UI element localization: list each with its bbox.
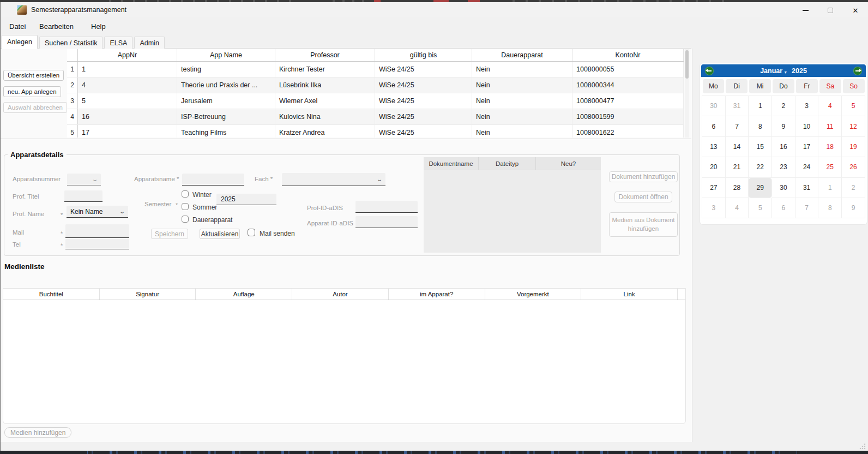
prof-titel-input[interactable] — [64, 190, 103, 202]
apparat-table-scrollbar-thumb[interactable] — [685, 50, 689, 79]
calendar-day[interactable]: 6 — [772, 198, 795, 218]
calendar-day[interactable]: 7 — [795, 198, 819, 218]
apparat-id-adis-input[interactable] — [355, 216, 418, 228]
cell[interactable]: 17 — [78, 125, 177, 138]
semester-year-input[interactable]: 2025 — [216, 194, 276, 205]
row-number[interactable]: 1 — [67, 62, 78, 77]
maximize-button[interactable] — [818, 3, 843, 18]
cell[interactable]: Kratzer Andrea — [275, 125, 375, 138]
column-header-kontonr[interactable]: KontoNr — [572, 49, 684, 61]
cell[interactable]: Theorie und Praxis der ... — [177, 77, 275, 93]
calendar-day[interactable]: 30 — [772, 178, 795, 198]
table-row[interactable]: 517Teaching FilmsKratzer AndreaWiSe 24/2… — [67, 125, 684, 138]
cell[interactable]: WiSe 24/25 — [375, 77, 472, 93]
calendar-day[interactable]: 23 — [772, 157, 795, 177]
calendar-day[interactable]: 2 — [842, 178, 865, 198]
calendar-prev-button[interactable] — [705, 67, 714, 75]
calendar-day[interactable]: 14 — [726, 137, 749, 157]
minimize-button[interactable] — [793, 3, 818, 18]
cell[interactable]: 5 — [78, 93, 177, 109]
cell[interactable]: Nein — [472, 109, 572, 124]
calendar-day[interactable]: 13 — [702, 137, 726, 157]
tab-elsa[interactable]: ELSA — [104, 37, 132, 49]
sidebar-button-übersicht-erstellen[interactable]: Übersicht erstellen — [3, 70, 64, 81]
column-header-appname[interactable]: App Name — [177, 49, 275, 61]
calendar-day[interactable]: 3 — [795, 96, 819, 116]
calendar-day[interactable]: 19 — [842, 137, 865, 157]
calendar-day[interactable]: 15 — [749, 137, 772, 157]
cell[interactable]: Lüsebrink Ilka — [275, 77, 375, 93]
calendar-day[interactable]: 1 — [818, 178, 842, 198]
fach-combobox[interactable]: ⌄ — [282, 173, 385, 186]
prof-name-combobox[interactable]: Kein Name⌄ — [67, 206, 128, 218]
mail-input[interactable] — [65, 224, 129, 238]
cell[interactable]: 1 — [78, 62, 177, 77]
calendar-day[interactable]: 18 — [818, 137, 842, 157]
calendar-next-button[interactable] — [853, 67, 862, 75]
cell[interactable]: testing — [177, 62, 275, 77]
apparatsname-input[interactable] — [182, 174, 244, 186]
calendar-day[interactable]: 8 — [818, 198, 842, 218]
sidebar-button-neu--app-anlegen[interactable]: neu. App anlegen — [3, 86, 61, 97]
cell[interactable]: 1008000055 — [572, 62, 684, 77]
calendar-day[interactable]: 27 — [702, 178, 726, 198]
calendar-day[interactable]: 25 — [818, 157, 842, 177]
dauerapparat-radio[interactable] — [182, 216, 189, 223]
calendar-day[interactable]: 5 — [749, 198, 772, 218]
cell[interactable]: Nein — [472, 93, 572, 109]
cell[interactable]: 16 — [78, 109, 177, 124]
winter-radio[interactable] — [182, 190, 189, 198]
calendar-day[interactable]: 6 — [702, 116, 726, 136]
cell[interactable]: Wiemer Axel — [275, 93, 375, 109]
table-row[interactable]: 11testingKirchner TesterWiSe 24/25Nein10… — [67, 62, 684, 77]
cell[interactable]: Kulovics Nina — [275, 109, 375, 124]
sommer-radio[interactable] — [182, 203, 189, 210]
calendar-day[interactable]: 9 — [842, 198, 865, 218]
calendar-day[interactable]: 8 — [749, 116, 772, 136]
calendar-day[interactable]: 2 — [772, 96, 795, 116]
resize-grip[interactable] — [859, 443, 866, 450]
calendar-day-selected[interactable]: 29 — [749, 178, 772, 198]
tab-anlegen[interactable]: Anlegen — [2, 35, 38, 49]
column-header-appnr[interactable]: AppNr — [78, 49, 177, 61]
calendar-day[interactable]: 9 — [772, 116, 795, 136]
row-number[interactable]: 4 — [67, 109, 78, 124]
cell[interactable]: Nein — [472, 77, 572, 93]
calendar-day[interactable]: 31 — [726, 96, 749, 116]
calendar-day[interactable]: 11 — [818, 116, 842, 136]
calendar-day[interactable]: 1 — [749, 96, 772, 116]
cell[interactable]: WiSe 24/25 — [375, 93, 472, 109]
menu-help[interactable]: Help — [91, 22, 106, 31]
cell[interactable]: Kirchner Tester — [275, 62, 375, 77]
cell[interactable]: 1008000344 — [572, 77, 684, 93]
column-header-professor[interactable]: Professor — [275, 49, 375, 61]
calendar-day[interactable]: 4 — [726, 198, 749, 218]
table-row[interactable]: 24Theorie und Praxis der ...Lüsebrink Il… — [67, 77, 684, 93]
calendar-day[interactable]: 20 — [702, 157, 726, 177]
cell[interactable]: Nein — [472, 62, 572, 77]
calendar-title[interactable]: Januar▼2025 — [760, 67, 807, 75]
close-button[interactable]: ✕ — [843, 3, 868, 18]
calendar-day[interactable]: 3 — [702, 198, 726, 218]
calendar-day[interactable]: 4 — [818, 96, 842, 116]
aktualisieren-button[interactable]: Aktualisieren — [200, 229, 240, 239]
row-number[interactable]: 3 — [67, 93, 78, 109]
column-header-gltigbis[interactable]: gültig bis — [375, 49, 472, 61]
cell[interactable]: 1008001622 — [572, 125, 684, 138]
tab-suchen---statistik[interactable]: Suchen / Statistik — [39, 37, 103, 49]
calendar-day[interactable]: 17 — [795, 137, 819, 157]
cell[interactable]: WiSe 24/25 — [375, 62, 472, 77]
cell[interactable]: 4 — [78, 77, 177, 93]
calendar-day[interactable]: 21 — [726, 157, 749, 177]
menu-datei[interactable]: Datei — [9, 22, 26, 31]
tab-admin[interactable]: Admin — [134, 37, 164, 49]
calendar-day[interactable]: 22 — [749, 157, 772, 177]
cell[interactable]: 1008001599 — [572, 109, 684, 124]
cell[interactable]: WiSe 24/25 — [375, 125, 472, 138]
table-row[interactable]: 35JerusalemWiemer AxelWiSe 24/25Nein1008… — [67, 93, 684, 109]
calendar-day[interactable]: 24 — [795, 157, 819, 177]
row-number[interactable]: 2 — [67, 77, 78, 93]
calendar-day[interactable]: 16 — [772, 137, 795, 157]
cell[interactable]: Jerusalem — [177, 93, 275, 109]
calendar-day[interactable]: 12 — [842, 116, 865, 136]
